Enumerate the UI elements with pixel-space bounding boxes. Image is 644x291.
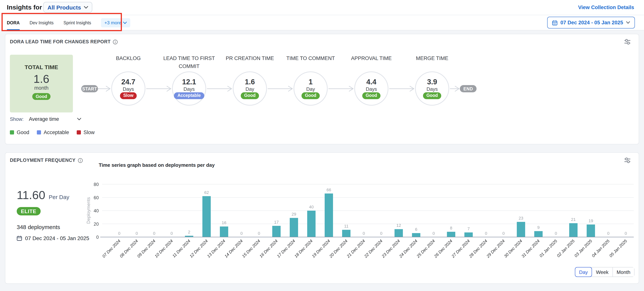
flow-start-node: START: [81, 85, 98, 92]
stage-unit: Days: [366, 86, 377, 92]
more-tabs-label: +3 more: [104, 20, 121, 26]
x-axis-label: 13 Dec 2024: [206, 238, 226, 259]
tab-dora[interactable]: DORA: [7, 15, 20, 30]
bar: [202, 196, 211, 237]
lead-time-title-text: DORA LEAD TIME FOR CHANGES REPORT: [10, 39, 110, 45]
bar-value-label: 40: [309, 205, 314, 209]
lead-time-card-title: DORA LEAD TIME FOR CHANGES REPORT: [10, 39, 118, 45]
legend-swatch: [77, 130, 81, 134]
total-time-unit: month: [10, 85, 73, 91]
bar-value-label: 0: [170, 231, 173, 236]
x-axis-label: 17 Dec 2024: [276, 238, 296, 259]
stage-unit: Days: [184, 86, 194, 92]
bar-value-label: 2: [188, 230, 190, 234]
show-dropdown[interactable]: Show: Average time: [10, 116, 82, 122]
granularity-week[interactable]: Week: [592, 267, 612, 276]
stage-circle: 24.7DaysSlow: [111, 71, 146, 106]
stage-unit: Days: [426, 86, 438, 92]
deployment-card-title: DEPLOYMENT FREQUENCY: [10, 158, 83, 163]
bar-value-label: 0: [258, 231, 260, 236]
stage-value: 3.9: [427, 78, 437, 86]
x-axis-label: 05 Jan 2025: [608, 238, 628, 258]
legend-swatch: [37, 130, 41, 134]
show-label: Show:: [10, 116, 24, 122]
chart-title: Time series graph based on deployments p…: [99, 162, 215, 168]
y-axis-tick-label: 20: [94, 221, 99, 227]
legend-item: Good: [10, 130, 29, 135]
x-axis-label: 12 Dec 2024: [189, 238, 209, 259]
x-axis-label: 02 Jan 2025: [556, 238, 576, 258]
lead-time-card: DORA LEAD TIME FOR CHANGES REPORT TOTAL …: [5, 34, 639, 144]
x-axis-label: 09 Dec 2024: [136, 238, 156, 259]
rate-value: 11.60: [17, 188, 46, 202]
page-content: DORA LEAD TIME FOR CHANGES REPORT TOTAL …: [0, 30, 644, 291]
bar: [569, 223, 578, 237]
x-axis-label: 16 Dec 2024: [258, 238, 279, 259]
bar-value-label: 0: [432, 231, 435, 236]
x-axis-label: 24 Dec 2024: [398, 238, 418, 259]
deployment-date-range-label: 07 Dec 2024 - 05 Jan 2025: [25, 235, 89, 241]
date-range-button[interactable]: 07 Dec 2024 - 05 Jan 2025: [547, 17, 635, 29]
bar: [517, 222, 525, 237]
x-axis-label: 07 Dec 2024: [102, 238, 122, 259]
stage-label: APPROVAL TIME: [341, 54, 402, 62]
calendar-icon: [17, 235, 22, 241]
chevron-down-icon: [123, 22, 127, 24]
status-badge: Good: [302, 92, 320, 99]
x-axis-label: 08 Dec 2024: [119, 238, 139, 259]
tab-dev-insights[interactable]: Dev Insights: [30, 15, 54, 30]
deployment-rate: 11.60 Per Day: [17, 188, 69, 202]
stage-label: TIME TO COMMENT: [280, 54, 341, 62]
deployment-title-text: DEPLOYMENT FREQUENCY: [10, 158, 76, 163]
info-icon[interactable]: [78, 158, 83, 163]
total-time-label: TOTAL TIME: [10, 64, 73, 70]
bar-value-label: 0: [118, 231, 120, 236]
bar-value-label: 21: [571, 217, 576, 222]
stage-value: 1: [308, 78, 312, 86]
page-title: Insights for: [7, 4, 42, 12]
show-value: Average time: [29, 116, 59, 122]
bar: [272, 226, 280, 237]
bar: [220, 226, 228, 237]
tab-sprint-insights[interactable]: Sprint Insights: [64, 15, 91, 30]
stage-circle: 12.1DaysAcceptable: [172, 71, 206, 106]
status-badge: Good: [362, 92, 380, 99]
more-tabs-button[interactable]: +3 more: [101, 18, 130, 27]
deployments-bar-chart: 020406080Deployments007 Dec 2024008 Dec …: [85, 179, 636, 280]
stage-value: 24.7: [121, 78, 135, 86]
legend-label: Slow: [84, 130, 95, 135]
bar-value-label: 0: [485, 231, 487, 236]
deployment-frequency-card: DEPLOYMENT FREQUENCY Time series graph b…: [5, 152, 639, 284]
stage-value: 12.1: [182, 78, 196, 86]
x-axis-label: 29 Dec 2024: [486, 238, 506, 259]
bar-value-label: 17: [274, 220, 279, 224]
bar-value-label: 0: [555, 231, 557, 236]
stage-label: BACKLOG: [98, 54, 159, 62]
x-axis-label: 26 Dec 2024: [433, 238, 454, 259]
status-badge: Slow: [120, 92, 137, 99]
granularity-month[interactable]: Month: [612, 267, 634, 276]
bar: [325, 194, 333, 237]
info-icon[interactable]: [113, 39, 118, 44]
stage-circle: 1.6DayGood: [233, 71, 267, 106]
product-selector[interactable]: All Products: [43, 2, 92, 13]
stage-label: PR CREATION TIME: [220, 54, 280, 62]
legend-swatch: [10, 130, 14, 134]
chevron-down-icon: [626, 21, 630, 24]
stage-unit: Day: [306, 86, 315, 92]
bar: [290, 218, 298, 237]
bar-value-label: 0: [625, 231, 627, 236]
view-collection-details-link[interactable]: View Collection Details: [578, 5, 634, 10]
stage-circle: 3.9DaysGood: [415, 71, 449, 106]
stage-circle: 4.4DaysGood: [354, 71, 388, 106]
legend-label: Acceptable: [44, 130, 69, 135]
granularity-day[interactable]: Day: [575, 267, 592, 277]
x-axis-label: 18 Dec 2024: [294, 238, 314, 259]
x-axis-label: 11 Dec 2024: [172, 238, 192, 258]
x-axis-label: 14 Dec 2024: [224, 238, 244, 259]
legend-label: Good: [17, 130, 29, 135]
card-settings-icon[interactable]: [624, 39, 631, 45]
bar-value-label: 11: [344, 224, 348, 228]
card-settings-icon[interactable]: [624, 157, 631, 163]
x-axis-label: 19 Dec 2024: [311, 238, 331, 259]
